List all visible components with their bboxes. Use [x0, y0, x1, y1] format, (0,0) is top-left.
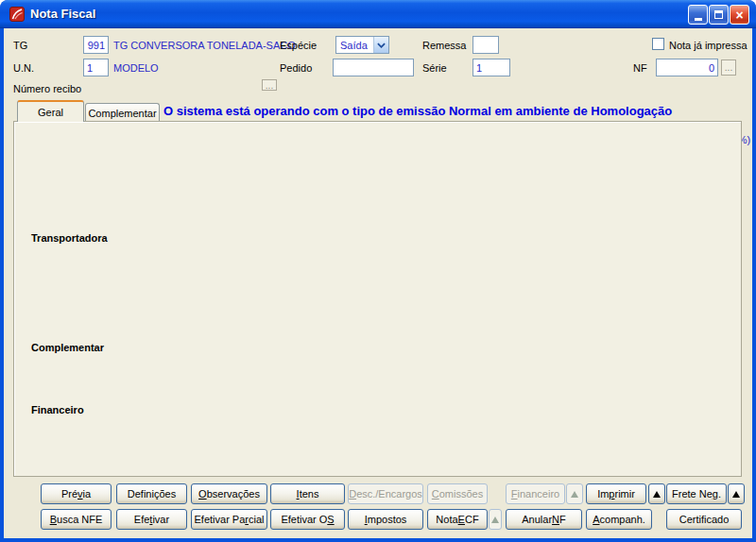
app-icon: [9, 7, 25, 22]
serie-field[interactable]: [472, 59, 510, 76]
imprimir-arrow-button[interactable]: [648, 483, 665, 504]
nota-ja-impressa-checkbox[interactable]: [652, 38, 664, 50]
financeiro-group-title: Financeiro: [28, 404, 87, 415]
close-icon: ×: [735, 8, 743, 22]
title-bar: Nota Fiscal ×: [0, 0, 756, 28]
minimize-button[interactable]: [688, 5, 708, 25]
tab-geral[interactable]: Geral: [17, 100, 84, 122]
nota-fiscal-window: Nota Fiscal × TG TG CONVERSORA TONELADA-…: [0, 0, 756, 542]
busca-nfe-button[interactable]: Busca NFE: [41, 509, 112, 530]
chevron-down-icon[interactable]: [373, 37, 388, 53]
tg-label: TG: [13, 40, 27, 51]
nf-more-button[interactable]: ...: [721, 59, 736, 76]
pedido-field[interactable]: [333, 59, 414, 76]
un-label: U.N.: [13, 62, 34, 74]
nota-ecf-arrow-button: [489, 509, 502, 530]
previa-button[interactable]: Prévia: [41, 483, 112, 504]
itens-button[interactable]: Itens: [270, 483, 345, 504]
un-field[interactable]: [83, 59, 109, 76]
transportadora-group-title: Transportadora: [28, 232, 111, 244]
especie-value: Saída: [336, 37, 373, 53]
anular-nf-button[interactable]: Anular NF: [506, 509, 582, 530]
complementar-group-title: Complementar: [28, 342, 107, 353]
efetivar-button[interactable]: Efetivar: [116, 509, 187, 530]
certificado-button[interactable]: Certificado: [666, 509, 742, 530]
observacoes-button[interactable]: Observações: [191, 483, 267, 504]
tg-description: TG CONVERSORA TONELADA-SACO: [113, 40, 296, 51]
arrow-up-icon: [653, 491, 661, 498]
pedido-label: Pedido: [280, 62, 312, 74]
nota-ecf-button[interactable]: Nota ECF: [427, 509, 488, 530]
arrow-up-icon: [571, 491, 578, 498]
tab-geral-label: Geral: [38, 107, 63, 118]
especie-label: Espécie: [280, 40, 317, 51]
acompanh-button[interactable]: Acompanh.: [586, 509, 652, 530]
frete-neg-button[interactable]: Frete Neg.: [666, 483, 727, 504]
efetivar-os-button[interactable]: Efetivar OS: [270, 509, 345, 530]
nota-ja-impressa-label: Nota já impressa: [669, 40, 747, 51]
comissoes-button: Comissões: [427, 483, 488, 504]
maximize-icon: [714, 10, 723, 19]
remessa-label: Remessa: [422, 40, 466, 51]
nf-label: NF: [633, 62, 647, 74]
window-title: Nota Fiscal: [30, 7, 95, 21]
remessa-field[interactable]: [472, 36, 499, 54]
arrow-up-icon: [732, 491, 740, 498]
arrow-up-icon: [491, 517, 499, 523]
impostos-button[interactable]: Impostos: [348, 509, 423, 530]
financeiro-arrow-button: [566, 483, 583, 504]
tab-complementar-label: Complementar: [88, 108, 156, 119]
minimize-icon: [695, 18, 702, 21]
financeiro-button: Financeiro: [506, 483, 565, 504]
frete-neg-arrow-button[interactable]: [728, 483, 745, 504]
close-button[interactable]: ×: [730, 5, 749, 25]
numero-recibo-more-button[interactable]: ...: [262, 79, 277, 91]
especie-select[interactable]: Saída: [335, 36, 389, 54]
nf-field[interactable]: [656, 59, 718, 76]
homologacao-banner: O sistema está operando com o tipo de em…: [163, 104, 672, 118]
tab-page-geral: [13, 121, 742, 477]
definicoes-button[interactable]: Definições: [116, 483, 187, 504]
tab-complementar[interactable]: Complementar: [85, 103, 160, 122]
efetivar-parcial-button[interactable]: Efetivar Parcial: [191, 509, 267, 530]
tg-field[interactable]: [83, 36, 109, 54]
imprimir-button[interactable]: Imprimir: [586, 483, 646, 504]
maximize-button[interactable]: [709, 5, 729, 25]
desc-encargos-button: Desc./Encargos: [348, 483, 423, 504]
un-description: MODELO: [113, 62, 159, 74]
numero-recibo-label: Número recibo: [13, 83, 81, 94]
serie-label: Série: [422, 62, 447, 74]
